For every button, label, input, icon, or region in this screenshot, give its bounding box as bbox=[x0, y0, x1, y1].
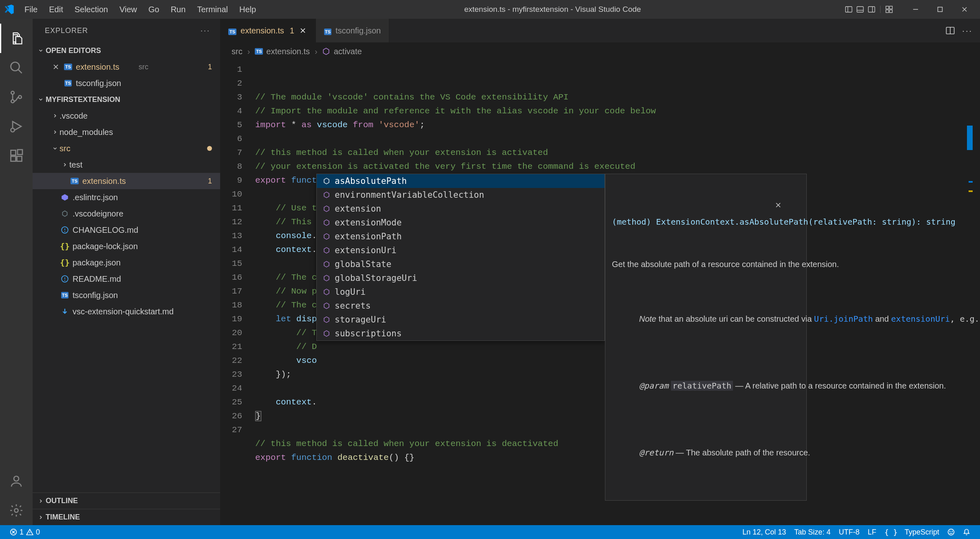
menu-view[interactable]: View bbox=[115, 3, 142, 16]
suggest-item[interactable]: subscriptions bbox=[317, 327, 605, 340]
suggest-item[interactable]: storageUri bbox=[317, 313, 605, 327]
suggest-item[interactable]: asAbsolutePath bbox=[317, 174, 605, 188]
accounts-activity[interactable] bbox=[0, 466, 33, 496]
suggest-item[interactable]: environmentVariableCollection bbox=[317, 188, 605, 202]
code-line[interactable]: import * as vscode from 'vscode'; bbox=[255, 118, 980, 132]
file-item[interactable]: TS tsconfig.json bbox=[33, 287, 220, 303]
toggle-panel-icon[interactable] bbox=[856, 5, 865, 14]
folder-item[interactable]: .vscode bbox=[33, 108, 220, 124]
status-tabsize[interactable]: Tab Size: 4 bbox=[790, 528, 834, 537]
folder-item[interactable]: node_modules bbox=[33, 124, 220, 140]
file-item[interactable]: {} package-lock.json bbox=[33, 238, 220, 254]
project-header[interactable]: MYFIRSTEXTENSION bbox=[33, 91, 220, 108]
open-editors-header[interactable]: OPEN EDITORS bbox=[33, 42, 220, 59]
status-feedback[interactable] bbox=[943, 528, 959, 536]
close-icon[interactable] bbox=[775, 177, 802, 233]
code-line[interactable] bbox=[255, 132, 980, 146]
file-item[interactable]: CHANGELOG.md bbox=[33, 222, 220, 238]
editor-tab[interactable]: TS extension.ts 1 bbox=[220, 19, 316, 42]
settings-activity[interactable] bbox=[0, 496, 33, 525]
open-editor-item[interactable]: TS extension.ts src 1 bbox=[33, 59, 220, 75]
status-bell[interactable] bbox=[959, 528, 974, 536]
breadcrumb-item[interactable]: activate bbox=[322, 47, 362, 56]
timeline-header[interactable]: TIMELINE bbox=[33, 509, 220, 525]
explorer-activity[interactable] bbox=[0, 24, 33, 53]
status-errors[interactable]: 1 0 bbox=[6, 528, 44, 537]
svg-point-18 bbox=[18, 95, 22, 99]
open-editor-item[interactable]: TS tsconfig.json bbox=[33, 75, 220, 91]
code-content[interactable]: // The module 'vscode' contains the VS C… bbox=[255, 60, 980, 525]
extensions-activity[interactable] bbox=[0, 141, 33, 170]
status-position[interactable]: Ln 12, Col 13 bbox=[738, 528, 790, 537]
folder-item[interactable]: src bbox=[33, 140, 220, 157]
suggest-item[interactable]: globalStorageUri bbox=[317, 271, 605, 285]
toggle-primary-sidebar-icon[interactable] bbox=[844, 5, 853, 14]
code-line[interactable]: // The module 'vscode' contains the VS C… bbox=[255, 91, 980, 104]
outline-header[interactable]: OUTLINE bbox=[33, 493, 220, 509]
breadcrumb-item[interactable]: src bbox=[232, 47, 243, 56]
minimize-button[interactable] bbox=[903, 0, 928, 19]
modified-badge: 1 bbox=[208, 63, 212, 71]
more-actions-icon[interactable]: ··· bbox=[962, 26, 973, 35]
code-line[interactable]: // your extension is activated the very … bbox=[255, 160, 980, 174]
toggle-secondary-sidebar-icon[interactable] bbox=[867, 5, 876, 14]
file-item[interactable]: .eslintrc.json bbox=[33, 189, 220, 205]
more-icon[interactable]: ··· bbox=[201, 27, 210, 35]
menu-selection[interactable]: Selection bbox=[70, 3, 113, 16]
menu-run[interactable]: Run bbox=[166, 3, 191, 16]
suggest-label: extension bbox=[335, 202, 381, 216]
suggest-item[interactable]: extensionMode bbox=[317, 216, 605, 230]
source-control-activity[interactable] bbox=[0, 82, 33, 112]
suggest-item[interactable]: extensionPath bbox=[317, 230, 605, 243]
breadcrumb-item[interactable]: TSextension.ts bbox=[255, 47, 310, 56]
file-item[interactable]: TS extension.ts 1 bbox=[33, 173, 220, 189]
menu-file[interactable]: File bbox=[20, 3, 42, 16]
doc-body2: Note that an absolute uri can be constru… bbox=[612, 300, 800, 337]
file-item[interactable]: vsc-extension-quickstart.md bbox=[33, 303, 220, 320]
gutter: 1234567891011121314151617181920212223242… bbox=[220, 60, 255, 525]
editor-tab[interactable]: TS tsconfig.json bbox=[316, 19, 389, 42]
doc-signature: (method) ExtensionContext.asAbsolutePath… bbox=[612, 216, 800, 228]
suggest-item[interactable]: logUri bbox=[317, 285, 605, 299]
close-button[interactable] bbox=[952, 0, 977, 19]
status-eol[interactable]: LF bbox=[863, 528, 880, 537]
file-item[interactable]: {} package.json bbox=[33, 254, 220, 271]
svg-rect-24 bbox=[18, 150, 22, 155]
line-number: 1 bbox=[220, 63, 242, 77]
file-item[interactable]: .vscodeignore bbox=[33, 205, 220, 222]
main-menu: FileEditSelectionViewGoRunTerminalHelp bbox=[20, 3, 261, 16]
close-icon[interactable] bbox=[51, 64, 61, 70]
close-icon[interactable] bbox=[298, 26, 307, 35]
code-line[interactable]: // this method is called when your exten… bbox=[255, 146, 980, 160]
file-icon: TS bbox=[69, 178, 80, 184]
code-editor[interactable]: 1234567891011121314151617181920212223242… bbox=[220, 60, 980, 525]
file-item[interactable]: README.md bbox=[33, 271, 220, 287]
suggest-item[interactable]: extensionUri bbox=[317, 243, 605, 257]
customize-layout-icon[interactable] bbox=[885, 5, 894, 14]
chevron-right-icon bbox=[51, 129, 60, 135]
split-editor-icon[interactable] bbox=[946, 26, 955, 35]
status-language[interactable]: { } TypeScript bbox=[880, 528, 943, 537]
breadcrumb[interactable]: src›TSextension.ts›activate bbox=[220, 42, 980, 60]
run-debug-activity[interactable] bbox=[0, 112, 33, 141]
search-activity[interactable] bbox=[0, 53, 33, 82]
folder-item[interactable]: test bbox=[33, 157, 220, 173]
suggest-item[interactable]: globalState bbox=[317, 257, 605, 271]
line-number: 18 bbox=[220, 298, 242, 312]
code-line[interactable]: // Import the module and reference it wi… bbox=[255, 104, 980, 118]
modified-badge: 1 bbox=[208, 177, 212, 186]
overview-ruler[interactable] bbox=[969, 60, 973, 525]
suggest-item[interactable]: secrets bbox=[317, 299, 605, 313]
doc-param: @param relativePath — A relative path to… bbox=[612, 367, 800, 404]
method-icon bbox=[322, 329, 331, 338]
suggest-widget[interactable]: asAbsolutePath environmentVariableCollec… bbox=[316, 174, 605, 341]
menu-help[interactable]: Help bbox=[234, 3, 261, 16]
menu-edit[interactable]: Edit bbox=[44, 3, 68, 16]
item-label: extension.ts bbox=[82, 177, 208, 186]
menu-terminal[interactable]: Terminal bbox=[192, 3, 233, 16]
menu-go[interactable]: Go bbox=[143, 3, 164, 16]
status-encoding[interactable]: UTF-8 bbox=[834, 528, 863, 537]
suggest-item[interactable]: extension bbox=[317, 202, 605, 216]
doc-body1: Get the absolute path of a resource cont… bbox=[612, 258, 800, 270]
maximize-button[interactable] bbox=[928, 0, 952, 19]
